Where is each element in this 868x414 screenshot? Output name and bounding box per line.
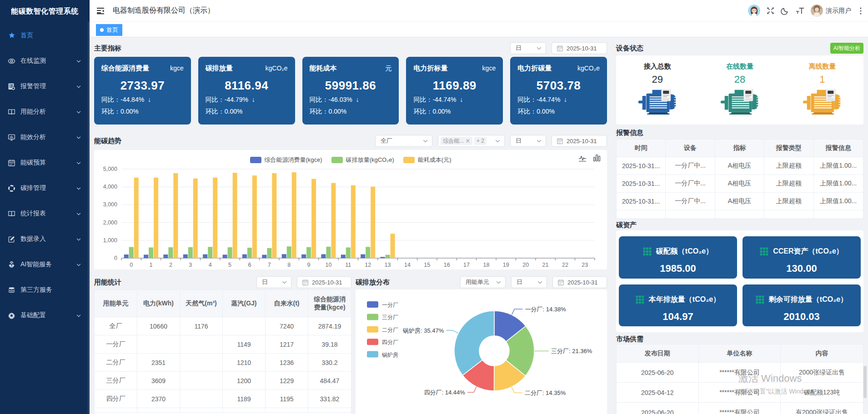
alarm-row-2[interactable]: 2025-10-31...一分厂中...A相电压上限超额上限值1.00...: [617, 193, 863, 210]
tab-home[interactable]: 首页: [96, 24, 122, 36]
trend-period-select[interactable]: 日: [510, 135, 546, 147]
svg-text:二分厂: 14.35%: 二分厂: 14.35%: [525, 389, 566, 396]
sidebar-item-7[interactable]: 统计报表: [0, 201, 90, 226]
sidebar-item-0[interactable]: 首页: [0, 23, 90, 48]
trend-plant-select[interactable]: 全厂: [375, 135, 432, 147]
chevron-down-icon: [495, 138, 501, 144]
ai-analysis-button[interactable]: AI智能分析: [830, 43, 863, 54]
section-title-alarm: 报警信息: [616, 129, 643, 137]
svg-text:10: 10: [325, 262, 331, 268]
sidebar-item-label: 首页: [20, 31, 81, 40]
sidebar-item-8[interactable]: 数据录入: [0, 226, 90, 252]
usage-row-2[interactable]: 二分厂235112101236330.2: [95, 354, 351, 372]
kpi-value: 8116.94: [206, 79, 288, 93]
usage-period-select[interactable]: 日: [256, 276, 291, 288]
tag-close-icon[interactable]: [466, 139, 470, 143]
usage-col-3: 蒸汽(GJ): [223, 290, 266, 317]
sidebar-item-9[interactable]: AI智能服务: [0, 252, 90, 277]
distribution-chart-card: 一分厂三分厂二分厂四分厂锅炉房一分厂: 14.38%三分厂: 21.36%二分厂…: [356, 289, 607, 414]
market-cell: 2025-06-20: [617, 403, 699, 414]
device-stat-value: 1: [781, 74, 863, 85]
dist-unit-select[interactable]: 用能单元: [460, 276, 506, 288]
carbon-card-name: 剩余可排放量（tCO₂e）: [769, 295, 848, 304]
usage-row-1[interactable]: 一分厂1149121739.18: [95, 335, 351, 354]
motor-icon: [616, 89, 698, 115]
dist-date-picker[interactable]: 2025-10-31: [552, 276, 607, 288]
alarm-cell: 上限超额: [764, 175, 813, 193]
kpi-name: 能耗成本: [310, 64, 337, 73]
metrics-date-picker[interactable]: 2025-10-31: [552, 42, 607, 54]
kpi-name: 电力折碳量: [517, 64, 552, 73]
font-size-icon[interactable]: [795, 6, 805, 15]
trend-tag-1[interactable]: 综合能...: [441, 137, 472, 145]
svg-text:锅炉房: 锅炉房: [381, 352, 398, 358]
usage-row-0[interactable]: 全厂10660117672402874.19: [95, 317, 351, 335]
assistant-avatar[interactable]: [748, 5, 760, 17]
dark-mode-icon[interactable]: [781, 6, 789, 15]
metrics-period-select[interactable]: 日: [510, 42, 546, 54]
usage-row-3[interactable]: 三分厂360912001229484.47: [95, 372, 351, 390]
usage-cell: 1149: [223, 335, 266, 354]
usage-col-4: 自来水(t): [266, 290, 308, 317]
chevron-down-icon: [76, 160, 81, 165]
alarm-row-1[interactable]: 2025-10-31...一分厂中...A相电压上限超额上限值1.00...: [617, 175, 863, 193]
market-row-1[interactable]: 2025-04-12******有限公司碳配额123吨: [617, 383, 863, 403]
sidebar-item-6[interactable]: 碳排管理: [0, 175, 90, 201]
svg-text:16: 16: [444, 262, 450, 268]
svg-text:5,000: 5,000: [103, 166, 117, 172]
market-row-2[interactable]: 2025-06-20******有限公司有2000张绿证出售: [617, 403, 863, 414]
sidebar-item-10[interactable]: 第三方服务: [0, 277, 90, 303]
svg-text:18: 18: [483, 262, 489, 268]
ring-icon: [8, 185, 15, 192]
dist-period-select[interactable]: 日: [511, 276, 547, 288]
svg-text:3,000: 3,000: [103, 201, 117, 208]
chevron-down-icon: [76, 58, 81, 64]
grid-icon: [636, 295, 644, 304]
svg-text:三分厂: 三分厂: [382, 314, 398, 320]
usage-cell: 331.82: [308, 390, 351, 408]
market-cell: 2025-06-20: [617, 363, 699, 383]
sidebar-item-1[interactable]: 在线监测: [0, 48, 90, 74]
user-avatar[interactable]: [811, 5, 823, 17]
motor-icon: [698, 89, 781, 115]
trend-tag-more[interactable]: + 2: [474, 137, 487, 145]
trend-date-picker[interactable]: 2025-10-31: [552, 135, 607, 147]
market-cell: 2000张绿证出售: [781, 363, 863, 383]
alarm-cell: 2025-10-31...: [617, 157, 666, 175]
trend-indicator-multiselect[interactable]: 综合能... + 2: [438, 135, 505, 147]
kpi-card-3: 电力折标量kgce1169.89同比：-44.74% ↓环比：0.00%: [406, 57, 503, 125]
fullscreen-icon[interactable]: [766, 6, 775, 15]
calendar-icon: [8, 159, 15, 167]
tab-dot-icon: [100, 28, 104, 32]
topbar: 电器制造股份有限公司（演示） 演示用户: [90, 0, 868, 22]
alarm-row-3[interactable]: [617, 210, 863, 218]
alarm-cell: A相电压: [715, 157, 764, 175]
sidebar-item-4[interactable]: 能效分析: [0, 125, 90, 150]
market-row-0[interactable]: 2025-06-20******有限公司2000张绿证出售: [617, 363, 863, 383]
usage-date-picker[interactable]: 2025-10-31: [297, 276, 351, 288]
grid-icon: [760, 247, 768, 256]
svg-text:1,000: 1,000: [103, 237, 117, 244]
usage-cell: 2874.19: [308, 317, 351, 335]
calendar-icon: [557, 138, 563, 145]
more-menu-icon[interactable]: [857, 7, 864, 15]
select-value: 全厂: [381, 137, 392, 145]
page-scrollbar[interactable]: [863, 366, 867, 398]
sidebar-item-11[interactable]: 基础配置: [0, 303, 90, 328]
usage-row-4[interactable]: 四分厂237011891195331.82: [95, 390, 351, 408]
alarm-cell: [814, 210, 863, 218]
usage-cell: [180, 390, 223, 408]
sidebar-item-2[interactable]: 报警管理: [0, 74, 90, 99]
alarm-col-3: 报警类型: [764, 140, 813, 157]
market-cell: ******有限公司: [699, 363, 781, 383]
svg-text:四分厂: 四分厂: [382, 339, 398, 345]
username[interactable]: 演示用户: [826, 7, 851, 15]
alarm-row-0[interactable]: 2025-10-31...一分厂中...A相电压上限超额上限值1.00...: [617, 157, 863, 175]
sidebar-item-label: 基础配置: [20, 311, 76, 319]
menu-fold-icon[interactable]: [96, 6, 105, 15]
sidebar-item-3[interactable]: 用能分析: [0, 99, 90, 125]
sidebar-item-5[interactable]: 能碳预算: [0, 150, 90, 175]
carbon-card-value: 130.00: [743, 263, 861, 274]
date-value: 2025-10-31: [567, 279, 598, 286]
sidebar-scrollbar[interactable]: [88, 22, 90, 414]
